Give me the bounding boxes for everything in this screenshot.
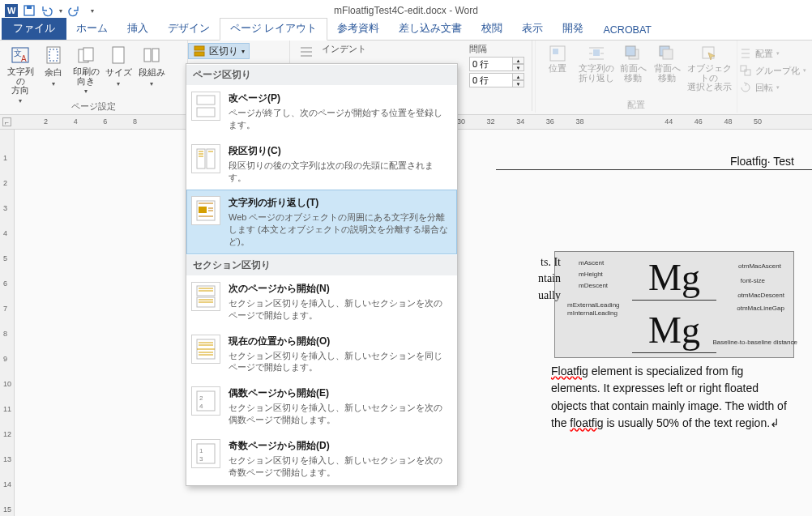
section-evenpage-title: 偶数ページから開始(E) [229, 386, 449, 400]
align-icon [739, 47, 752, 60]
breaks-icon [193, 45, 206, 58]
indent-heading: インデント [322, 43, 366, 55]
columns-label: 段組み [139, 67, 165, 79]
figure-caption: Floatfig element is specialized from fig… [551, 363, 794, 432]
svg-rect-20 [626, 46, 635, 56]
tab-design[interactable]: デザイン [158, 19, 220, 40]
tab-developer[interactable]: 開発 [553, 19, 593, 40]
fig-lbl-l4: mExternalLeading [567, 301, 619, 309]
break-textwrap-desc: Web ページのオブジェクトの周囲にある文字列を分離します (本文とオブジェクト… [229, 211, 449, 248]
save-icon[interactable] [21, 2, 37, 19]
float-figure[interactable]: Mg Mg mAscent mHeight mDescent mExternal… [554, 251, 794, 358]
group-icon [739, 64, 752, 77]
section-oddpage-icon: 13 [191, 439, 220, 468]
svg-rect-11 [113, 47, 124, 63]
undo-dropdown-icon[interactable]: ▼ [57, 2, 65, 19]
spacing-after-field[interactable] [469, 73, 513, 87]
spacing-heading: 間隔 [469, 43, 524, 55]
arrange-small-buttons: 配置▾ グループ化▾ 回転▾ [739, 43, 806, 96]
group-small-label: グループ化 [755, 65, 800, 77]
tab-acrobat[interactable]: ACROBAT [593, 21, 661, 40]
svg-text:3: 3 [199, 455, 203, 463]
fig-lbl-r3: otmMacDescent [737, 292, 784, 299]
svg-text:4: 4 [199, 403, 203, 410]
redo-icon[interactable] [66, 2, 83, 19]
tab-file[interactable]: ファイル [2, 18, 66, 40]
ruler-vertical[interactable]: 123456789101112131415 [0, 130, 15, 516]
qat-customize-icon[interactable]: ▼ [84, 2, 100, 19]
send-backward-button[interactable]: 背面へ 移動 [652, 43, 682, 83]
margins-button[interactable]: 余白▾ [40, 43, 67, 87]
text-direction-icon: 文A [10, 45, 31, 66]
ruler-tick: 32 [487, 117, 495, 126]
undo-icon[interactable] [39, 2, 55, 19]
tab-view[interactable]: 表示 [512, 19, 553, 40]
spacing-before-field[interactable] [469, 57, 513, 71]
tab-review[interactable]: 校閲 [472, 19, 512, 40]
break-textwrap-item[interactable]: 文字列の折り返し(T)Web ページのオブジェクトの周囲にある文字列を分離します… [186, 190, 457, 254]
section-nextpage-desc: セクション区切りを挿入し、新しいセクションを次のページで開始します。 [229, 297, 449, 322]
position-button[interactable]: 位置 [540, 43, 575, 74]
spacing-after-input[interactable]: ▲▼ [469, 73, 524, 87]
section-evenpage-item[interactable]: 24 偶数ページから開始(E)セクション区切りを挿入し、新しいセクションを次の偶… [186, 380, 457, 433]
spin-down-icon[interactable]: ▼ [513, 80, 524, 87]
fig-lbl-l3: mDescent [579, 282, 608, 289]
wrap-button[interactable]: 文字列の 折り返し [579, 43, 614, 83]
bring-forward-button[interactable]: 前面へ 移動 [618, 43, 648, 83]
ruler-vtick: 5 [3, 254, 7, 262]
selection-pane-button[interactable]: オブジェクトの 選択と表示 [686, 43, 733, 92]
partial-text-left: ts. Itntainually [480, 254, 561, 304]
align-button[interactable]: 配置▾ [739, 45, 806, 62]
spin-up-icon[interactable]: ▲ [513, 73, 524, 80]
ruler-vtick: 2 [3, 179, 7, 187]
ruler-vtick: 1 [3, 154, 7, 162]
orientation-button[interactable]: 印刷の 向き▾ [71, 43, 101, 95]
section-continuous-item[interactable]: 現在の位置から開始(O)セクション区切りを挿入し、新しいセクションを同じページで… [186, 328, 457, 381]
svg-rect-28 [197, 149, 205, 168]
page-header: Floatfig· Test [496, 154, 812, 170]
spacing-before-input[interactable]: ▲▼ [469, 57, 524, 71]
ruler-tick: 36 [546, 117, 554, 126]
tab-home[interactable]: ホーム [66, 19, 118, 40]
svg-rect-10 [83, 48, 93, 61]
spin-down-icon[interactable]: ▼ [513, 64, 524, 71]
section-oddpage-title: 奇数ページから開始(D) [229, 439, 449, 453]
ruler-tick: 8 [133, 117, 137, 126]
group-button[interactable]: グループ化▾ [739, 62, 806, 79]
paragraph-icon-btn[interactable] [294, 43, 318, 59]
rotate-icon [739, 81, 752, 94]
size-label: サイズ [105, 67, 132, 79]
ruler-tick: 30 [457, 117, 465, 126]
tab-references[interactable]: 参考資料 [327, 19, 389, 40]
ruler-vtick: 6 [3, 279, 7, 288]
break-column-title: 段区切り(C) [229, 144, 449, 158]
fig-lbl-r5: Baseline-to-baseline distance [712, 339, 797, 346]
columns-icon [141, 45, 162, 66]
breaks-button[interactable]: 区切り ▾ [188, 43, 250, 59]
section-nextpage-item[interactable]: 次のページから開始(N)セクション区切りを挿入し、新しいセクションを次のページで… [186, 275, 457, 328]
text-direction-button[interactable]: 文A 文字列の 方向▾ [4, 43, 36, 104]
text-direction-label: 文字列の 方向 [4, 67, 36, 96]
ruler-vtick: 13 [3, 455, 11, 463]
wrap-icon [588, 45, 605, 62]
break-column-item[interactable]: 段区切り(C)段区切りの後の文字列は次の段の先頭に配置されます。 [186, 138, 457, 190]
size-button[interactable]: サイズ▾ [105, 43, 132, 87]
tab-mailings[interactable]: 差し込み文書 [389, 19, 472, 40]
svg-rect-15 [194, 52, 204, 56]
ruler-vtick: 15 [3, 505, 11, 514]
columns-button[interactable]: 段組み▾ [135, 43, 168, 87]
group-label-arrange: 配置 [540, 100, 733, 113]
margins-label: 余白 [45, 67, 62, 79]
section-oddpage-item[interactable]: 13 奇数ページから開始(D)セクション区切りを挿入し、新しいセクションを次の奇… [186, 433, 457, 485]
tab-insert[interactable]: 挿入 [118, 19, 158, 40]
svg-rect-18 [593, 49, 600, 56]
app-icon: W [3, 2, 19, 19]
group-page-setup: 文A 文字列の 方向▾ 余白▾ 印刷の 向き▾ サイズ▾ 段組み▾ ページ設定 [0, 41, 188, 114]
break-page-item[interactable]: 改ページ(P)ページが終了し、次のページが開始する位置を登録します。 [186, 85, 457, 138]
tab-selector-icon[interactable]: ⌐ [2, 117, 11, 126]
rotate-button[interactable]: 回転▾ [739, 79, 806, 96]
tab-pagelayout[interactable]: ページ レイアウト [220, 18, 327, 41]
spin-up-icon[interactable]: ▲ [513, 57, 524, 64]
position-label: 位置 [549, 64, 566, 74]
ruler-tick: 50 [754, 117, 762, 126]
